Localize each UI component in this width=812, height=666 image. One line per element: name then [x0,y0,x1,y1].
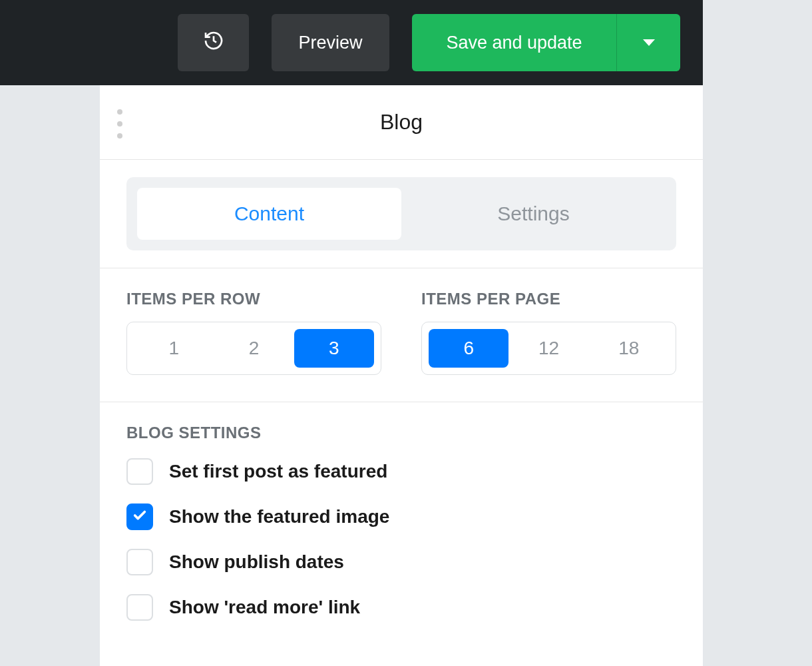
caret-down-icon [643,39,655,46]
checkbox-label: Set first post as featured [169,461,387,482]
panel-header: Blog [100,85,703,160]
save-button-label: Save and update [446,33,582,53]
tab-content[interactable]: Content [137,188,401,240]
items-per-page-label: Items per page [421,290,676,308]
panel-title: Blog [380,110,423,135]
items-per-page-option-12[interactable]: 12 [508,329,588,368]
items-per-row-option-2[interactable]: 2 [214,329,294,368]
tab-content-label: Content [234,202,304,225]
seg-opt-label: 6 [463,338,474,359]
checkbox-row-featured-post: Set first post as featured [126,458,676,485]
topbar: Preview Save and update [0,0,703,85]
seg-opt-label: 1 [168,338,179,359]
settings-panel: Blog Content Settings Items per row 1 2 [100,85,703,666]
checkbox-row-read-more: Show 'read more' link [126,594,676,621]
items-per-page-group: Items per page 6 12 18 [421,290,676,375]
items-per-page-option-6[interactable]: 6 [429,329,508,368]
items-section: Items per row 1 2 3 Items per page 6 [100,268,703,402]
checkbox-row-publish-dates: Show publish dates [126,549,676,575]
blog-settings-section: Blog settings Set first post as featured… [100,402,703,661]
save-button-group: Save and update [412,14,680,71]
tabs: Content Settings [126,177,676,250]
blog-settings-label: Blog settings [126,424,676,442]
save-dropdown-button[interactable] [616,14,680,71]
checkbox-row-featured-image: Show the featured image [126,503,676,530]
items-per-page-option-18[interactable]: 18 [589,329,669,368]
seg-opt-label: 3 [329,338,339,359]
items-per-page-segmented: 6 12 18 [421,322,676,375]
items-per-row-label: Items per row [126,290,381,308]
seg-opt-label: 18 [618,338,639,359]
tab-settings-label: Settings [497,202,569,225]
tabs-section: Content Settings [100,160,703,268]
drag-handle-icon[interactable] [117,109,122,139]
checkbox-featured-image[interactable] [126,503,153,530]
checkbox-label: Show publish dates [169,551,344,573]
save-button[interactable]: Save and update [412,14,616,71]
history-button[interactable] [178,14,249,71]
check-icon [132,508,147,525]
checkbox-publish-dates[interactable] [126,549,153,575]
checkbox-label: Show 'read more' link [169,597,360,618]
history-icon [203,30,224,56]
checkbox-read-more[interactable] [126,594,153,621]
seg-opt-label: 2 [249,338,260,359]
tab-settings[interactable]: Settings [401,188,666,240]
items-per-row-option-1[interactable]: 1 [134,329,214,368]
preview-button[interactable]: Preview [272,14,389,71]
checkbox-label: Show the featured image [169,506,389,527]
items-per-row-option-3[interactable]: 3 [294,329,374,368]
preview-button-label: Preview [298,33,362,53]
items-per-row-segmented: 1 2 3 [126,322,381,375]
items-per-row-group: Items per row 1 2 3 [126,290,381,375]
seg-opt-label: 12 [538,338,559,359]
checkbox-featured-post[interactable] [126,458,153,485]
